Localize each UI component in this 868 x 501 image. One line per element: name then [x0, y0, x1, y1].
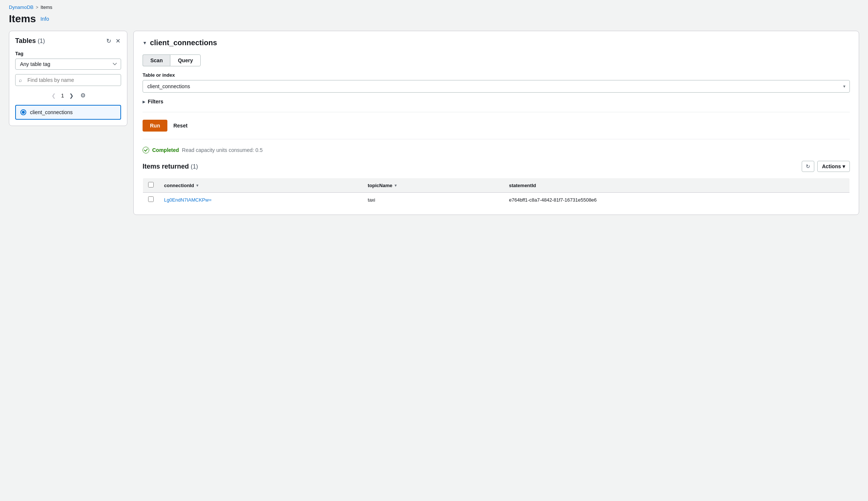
filters-label[interactable]: Filters	[148, 99, 163, 104]
items-returned-actions: ↻ Actions ▾	[802, 161, 850, 172]
filters-row: ▶ Filters	[143, 99, 850, 112]
select-all-checkbox[interactable]	[148, 182, 154, 188]
search-icon: ⌕	[19, 77, 22, 83]
table-header-row: ▼ client_connections	[143, 39, 850, 47]
capacity-units-text: Read capacity units consumed: 0.5	[182, 147, 263, 153]
tables-panel-header: Tables (1) ↻ ✕	[15, 37, 121, 45]
right-panel: ▼ client_connections Scan Query Table or…	[133, 31, 859, 215]
pagination-row: ❮ 1 ❯ ⚙	[15, 90, 121, 100]
run-button[interactable]: Run	[143, 120, 167, 132]
pagination-settings-button[interactable]: ⚙	[79, 90, 87, 100]
table-header-checkbox-cell	[143, 178, 159, 193]
breadcrumb-separator: >	[36, 5, 38, 10]
tables-panel-actions: ↻ ✕	[106, 37, 121, 45]
table-index-select-wrapper: client_connections ▾	[143, 80, 850, 93]
data-table: connectionId ▼ topicName ▼	[143, 178, 850, 207]
search-tables-input[interactable]	[15, 74, 121, 86]
collapse-arrow-icon[interactable]: ▼	[143, 40, 147, 46]
table-index-select[interactable]: client_connections	[143, 80, 850, 93]
tab-scan[interactable]: Scan	[143, 54, 170, 66]
page-header: Items Info	[0, 10, 868, 31]
table-name-heading: client_connections	[150, 39, 217, 47]
close-tables-button[interactable]: ✕	[115, 37, 121, 45]
table-header-row: connectionId ▼ topicName ▼	[143, 178, 850, 193]
cell-connectionid: Lg0EndN7IAMCKPw=	[159, 193, 363, 207]
actions-dropdown-button[interactable]: Actions ▾	[817, 161, 850, 172]
sort-icon-topicname: ▼	[394, 183, 397, 188]
connectionid-link[interactable]: Lg0EndN7IAMCKPw=	[164, 197, 211, 203]
col-header-statementid: statementId	[504, 178, 849, 193]
page-title: Items	[9, 13, 36, 25]
main-content: Tables (1) ↻ ✕ Tag Any table tag ⌕	[0, 31, 868, 224]
scan-query-tabs: Scan Query	[143, 54, 850, 66]
cell-topicname: taxi	[363, 193, 504, 207]
pagination-number: 1	[61, 93, 64, 99]
table-list-item[interactable]: client_connections	[15, 105, 121, 120]
items-returned-title: Items returned (1)	[143, 163, 198, 170]
reset-button[interactable]: Reset	[172, 120, 189, 132]
tag-label: Tag	[15, 51, 121, 56]
table-index-section: Table or index client_connections ▾	[143, 72, 850, 93]
table-row: Lg0EndN7IAMCKPw= taxi e764bff1-c8a7-4842…	[143, 193, 850, 207]
pagination-next-button[interactable]: ❯	[67, 91, 76, 100]
col-header-connectionid: connectionId ▼	[159, 178, 363, 193]
tag-section: Tag Any table tag	[15, 51, 121, 70]
sort-icon-connectionid: ▼	[196, 183, 199, 188]
actions-chevron-icon: ▾	[842, 163, 845, 169]
items-returned-header: Items returned (1) ↻ Actions ▾	[143, 161, 850, 172]
filters-arrow-icon: ▶	[143, 100, 146, 104]
info-link[interactable]: Info	[40, 16, 49, 22]
breadcrumb: DynamoDB > Items	[0, 0, 868, 10]
tag-select[interactable]: Any table tag	[15, 59, 121, 70]
tables-panel-title: Tables (1)	[15, 37, 45, 45]
radio-selected-icon	[20, 109, 26, 115]
page-wrapper: DynamoDB > Items Items Info Tables (1) ↻…	[0, 0, 868, 501]
row-checkbox[interactable]	[148, 196, 154, 202]
breadcrumb-parent-link[interactable]: DynamoDB	[9, 4, 33, 10]
tab-query[interactable]: Query	[170, 54, 200, 66]
refresh-items-button[interactable]: ↻	[802, 161, 814, 172]
refresh-tables-button[interactable]: ↻	[106, 37, 112, 45]
row-checkbox-cell	[143, 193, 159, 207]
cell-statementid: e764bff1-c8a7-4842-81f7-16731e5508e6	[504, 193, 849, 207]
table-name-label: client_connections	[30, 109, 73, 115]
action-row: Run Reset	[143, 120, 850, 139]
table-list: client_connections	[15, 105, 121, 120]
status-row: Completed Read capacity units consumed: …	[143, 147, 850, 153]
svg-point-0	[143, 147, 149, 153]
table-index-label: Table or index	[143, 72, 850, 78]
completed-status-text: Completed	[152, 147, 179, 153]
pagination-prev-button[interactable]: ❮	[49, 91, 58, 100]
radio-dot-inner	[22, 111, 25, 114]
col-header-topicname: topicName ▼	[363, 178, 504, 193]
completed-icon	[143, 147, 149, 153]
tables-panel: Tables (1) ↻ ✕ Tag Any table tag ⌕	[9, 31, 127, 126]
search-input-wrapper: ⌕	[15, 74, 121, 86]
breadcrumb-current: Items	[40, 4, 52, 10]
